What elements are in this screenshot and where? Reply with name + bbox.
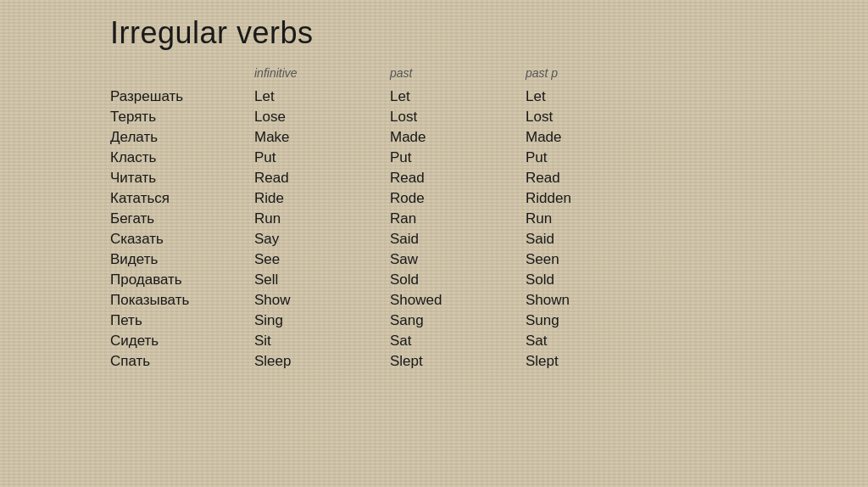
table-row: Сидеть Sit Sat Sat	[110, 333, 843, 350]
cell-russian: Показывать	[110, 292, 254, 309]
cell-past: Sat	[390, 333, 526, 350]
cell-past-participle: Run	[526, 210, 661, 227]
cell-past: Showed	[390, 292, 526, 309]
table-row: Спать Sleep Slept Slept	[110, 353, 843, 370]
cell-infinitive: Sleep	[254, 353, 390, 370]
cell-past-participle: Sold	[526, 271, 661, 288]
cell-past-participle: Sat	[526, 333, 661, 350]
table-body: Разрешать Let Let Let Терять Lose Lost L…	[110, 88, 843, 370]
table-row: Продавать Sell Sold Sold	[110, 271, 843, 288]
cell-past: Sang	[390, 312, 526, 329]
cell-infinitive: Let	[254, 88, 390, 105]
cell-russian: Продавать	[110, 271, 254, 288]
cell-past: Rode	[390, 190, 526, 207]
header-past: past	[390, 66, 526, 80]
cell-past-participle: Let	[526, 88, 661, 105]
cell-infinitive: Put	[254, 149, 390, 166]
cell-russian: Сказать	[110, 231, 254, 248]
cell-past-participle: Slept	[526, 353, 661, 370]
cell-past: Slept	[390, 353, 526, 370]
cell-russian: Спать	[110, 353, 254, 370]
page: Irregular verbs infinitive past past p Р…	[0, 0, 868, 487]
cell-past-participle: Read	[526, 170, 661, 187]
cell-russian: Класть	[110, 149, 254, 166]
cell-infinitive: Sell	[254, 271, 390, 288]
cell-past-participle: Sung	[526, 312, 661, 329]
cell-russian: Разрешать	[110, 88, 254, 105]
cell-infinitive: Run	[254, 210, 390, 227]
table-row: Кататься Ride Rode Ridden	[110, 190, 843, 207]
cell-russian: Читать	[110, 170, 254, 187]
cell-infinitive: Sit	[254, 333, 390, 350]
verb-table: infinitive past past p Разрешать Let Let…	[110, 66, 843, 370]
cell-russian: Петь	[110, 312, 254, 329]
cell-past: Saw	[390, 251, 526, 268]
cell-past: Lost	[390, 109, 526, 126]
table-row: Сказать Say Said Said	[110, 231, 843, 248]
cell-past-participle: Put	[526, 149, 661, 166]
page-title: Irregular verbs	[110, 15, 843, 51]
cell-past: Sold	[390, 271, 526, 288]
table-row: Класть Put Put Put	[110, 149, 843, 166]
cell-past-participle: Ridden	[526, 190, 661, 207]
cell-infinitive: See	[254, 251, 390, 268]
table-row: Показывать Show Showed Shown	[110, 292, 843, 309]
cell-past-participle: Lost	[526, 109, 661, 126]
table-row: Видеть See Saw Seen	[110, 251, 843, 268]
cell-past-participle: Seen	[526, 251, 661, 268]
table-row: Бегать Run Ran Run	[110, 210, 843, 227]
cell-infinitive: Say	[254, 231, 390, 248]
cell-past: Made	[390, 129, 526, 146]
cell-infinitive: Ride	[254, 190, 390, 207]
cell-past-participle: Made	[526, 129, 661, 146]
cell-russian: Делать	[110, 129, 254, 146]
header-infinitive: infinitive	[254, 66, 390, 80]
table-row: Разрешать Let Let Let	[110, 88, 843, 105]
table-row: Читать Read Read Read	[110, 170, 843, 187]
cell-past: Said	[390, 231, 526, 248]
cell-past-participle: Said	[526, 231, 661, 248]
table-row: Делать Make Made Made	[110, 129, 843, 146]
cell-russian: Сидеть	[110, 333, 254, 350]
cell-past: Ran	[390, 210, 526, 227]
cell-infinitive: Read	[254, 170, 390, 187]
cell-infinitive: Sing	[254, 312, 390, 329]
table-row: Петь Sing Sang Sung	[110, 312, 843, 329]
cell-russian: Кататься	[110, 190, 254, 207]
cell-infinitive: Show	[254, 292, 390, 309]
cell-past: Read	[390, 170, 526, 187]
cell-russian: Терять	[110, 109, 254, 126]
cell-past-participle: Shown	[526, 292, 661, 309]
cell-russian: Видеть	[110, 251, 254, 268]
cell-infinitive: Make	[254, 129, 390, 146]
table-header: infinitive past past p	[110, 66, 843, 80]
table-row: Терять Lose Lost Lost	[110, 109, 843, 126]
cell-infinitive: Lose	[254, 109, 390, 126]
cell-russian: Бегать	[110, 210, 254, 227]
cell-past: Let	[390, 88, 526, 105]
cell-past: Put	[390, 149, 526, 166]
header-past-p: past p	[526, 66, 661, 80]
